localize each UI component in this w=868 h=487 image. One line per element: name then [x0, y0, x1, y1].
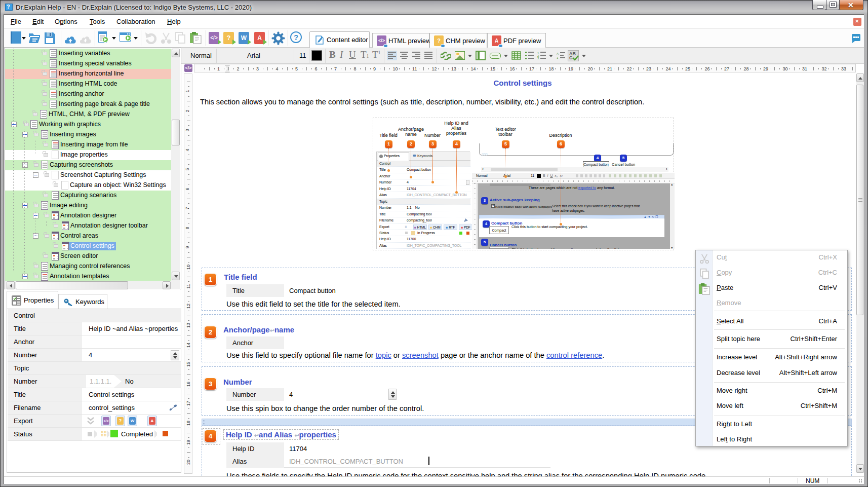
- svg-text:A: A: [557, 52, 559, 55]
- svg-text:1: 1: [557, 56, 559, 59]
- svg-text:3: 3: [537, 57, 539, 59]
